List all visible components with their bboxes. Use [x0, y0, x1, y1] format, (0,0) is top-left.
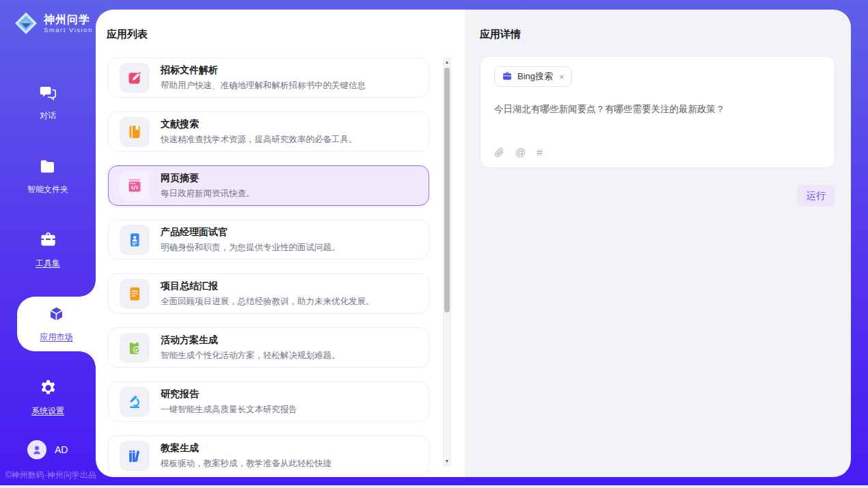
- app-card-项目总结汇报[interactable]: 项目总结汇报 全面回顾项目进展，总结经验教训，助力未来优化发展。: [108, 273, 429, 314]
- sidebar-item-label: 智能文件夹: [27, 184, 68, 195]
- sidebar-item-label: 工具集: [36, 258, 60, 269]
- folder-icon: [39, 157, 57, 178]
- app-card-文献搜索[interactable]: 文献搜索 快速精准查找学术资源，提高研究效率的必备工具。: [108, 111, 429, 152]
- app-card-活动方案生成[interactable]: 活动方案生成 智能生成个性化活动方案，轻松解决规划难题。: [108, 327, 429, 368]
- sidebar-item-应用市场[interactable]: 应用市场: [17, 297, 96, 351]
- app-name: 活动方案生成: [161, 334, 340, 347]
- brand: 神州问学 Smart Vision: [0, 0, 96, 36]
- app-name: 招标文件解析: [161, 64, 366, 77]
- microscope-icon: [120, 387, 150, 417]
- run-button[interactable]: 运行: [797, 185, 835, 206]
- hash-icon[interactable]: #: [537, 146, 542, 158]
- cube-icon: [47, 305, 66, 326]
- books-icon: [120, 441, 150, 471]
- sidebar-item-系统设置[interactable]: 系统设置: [0, 370, 96, 425]
- app-description: 明确身份和职责，为您提供专业性的面试问题。: [161, 242, 340, 254]
- scroll-down-arrow-icon[interactable]: ▼: [444, 457, 450, 465]
- list-scrollbar[interactable]: ▲ ▼: [443, 57, 451, 466]
- paperclip-icon[interactable]: [494, 147, 504, 158]
- clipboard-check-icon: [120, 333, 150, 363]
- app-name: 文献搜索: [161, 118, 357, 131]
- toolbox-icon: [39, 231, 57, 252]
- app-name: 产品经理面试官: [161, 226, 340, 239]
- chat-icon: [39, 83, 57, 105]
- app-description: 一键智能生成高质量长文本研究报告: [161, 404, 297, 416]
- app-description: 每日政府新闻资讯快查。: [161, 188, 255, 200]
- browser-code-icon: [120, 171, 150, 201]
- user-profile[interactable]: AD: [27, 440, 68, 459]
- sidebar: 神州问学 Smart Vision 对话 智能文件夹 工具集 应用市场 系统设置…: [0, 0, 96, 485]
- gear-icon: [39, 379, 57, 400]
- app-name: 项目总结汇报: [161, 280, 375, 293]
- sidebar-item-label: 系统设置: [31, 405, 64, 417]
- app-name: 网页摘要: [161, 172, 255, 185]
- sidebar-item-智能文件夹[interactable]: 智能文件夹: [0, 149, 96, 204]
- scroll-up-arrow-icon[interactable]: ▲: [444, 58, 450, 66]
- chip-close-icon[interactable]: ×: [559, 72, 565, 82]
- brand-subtitle: Smart Vision: [44, 26, 93, 33]
- user-name: AD: [55, 444, 68, 455]
- app-card-产品经理面试官[interactable]: 产品经理面试官 明确身份和职责，为您提供专业性的面试问题。: [108, 219, 429, 260]
- app-list-panel: 应用列表 招标文件解析 帮助用户快速、准确地理解和解析招标书中的关键信息 文献搜…: [96, 10, 465, 477]
- app-card-教案生成[interactable]: 教案生成 模板驱动，教案秒成，教学准备从此轻松快捷: [108, 435, 429, 476]
- app-description: 全面回顾项目进展，总结经验教训，助力未来优化发展。: [161, 296, 375, 308]
- sidebar-item-label: 应用市场: [40, 331, 73, 343]
- book-icon: [120, 117, 150, 147]
- app-description: 模板驱动，教案秒成，教学准备从此轻松快捷: [161, 458, 331, 470]
- brand-name: 神州问学: [44, 14, 93, 26]
- prompt-card: Bing搜索 × 今日湖北有哪些新闻要点？有哪些需要关注的最新政策？ @ #: [480, 56, 835, 168]
- app-card-网页摘要[interactable]: 网页摘要 每日政府新闻资讯快查。: [108, 165, 429, 206]
- query-text-input[interactable]: 今日湖北有哪些新闻要点？有哪些需要关注的最新政策？: [494, 103, 821, 146]
- copyright-footer: ©神州数码·神州问学出品: [5, 470, 96, 481]
- brand-logo-icon: [14, 11, 38, 36]
- app-detail-title: 应用详情: [480, 28, 521, 41]
- attachment-toolbar: @ #: [494, 146, 821, 159]
- sidebar-item-工具集[interactable]: 工具集: [0, 223, 96, 277]
- sidebar-item-对话[interactable]: 对话: [0, 75, 96, 130]
- app-description: 帮助用户快速、准确地理解和解析招标书中的关键信息: [161, 80, 366, 92]
- briefcase-icon: [502, 71, 513, 82]
- app-card-研究报告[interactable]: 研究报告 一键智能生成高质量长文本研究报告: [108, 381, 429, 422]
- app-list-title: 应用列表: [107, 28, 148, 41]
- app-description: 智能生成个性化活动方案，轻松解决规划难题。: [161, 350, 340, 362]
- main-content: 应用列表 招标文件解析 帮助用户快速、准确地理解和解析招标书中的关键信息 文献搜…: [96, 10, 851, 477]
- avatar-icon: [27, 440, 46, 459]
- app-name: 研究报告: [161, 388, 297, 401]
- app-detail-panel: 应用详情 Bing搜索 × 今日湖北有哪些新闻要点？有哪些需要关注的最新政策？: [465, 10, 851, 477]
- app-description: 快速精准查找学术资源，提高研究效率的必备工具。: [161, 134, 357, 146]
- app-list: 招标文件解析 帮助用户快速、准确地理解和解析招标书中的关键信息 文献搜索 快速精…: [108, 57, 429, 477]
- resume-icon: [120, 225, 150, 255]
- tool-chip-bing[interactable]: Bing搜索 ×: [494, 66, 572, 87]
- app-card-招标文件解析[interactable]: 招标文件解析 帮助用户快速、准确地理解和解析招标书中的关键信息: [108, 57, 429, 98]
- pen-square-icon: [120, 63, 150, 93]
- tool-chip-label: Bing搜索: [517, 70, 553, 83]
- sidebar-nav: 对话 智能文件夹 工具集 应用市场 系统设置: [0, 75, 96, 425]
- mention-at-icon[interactable]: @: [515, 146, 526, 158]
- app-name: 教案生成: [161, 442, 331, 455]
- app-window: 神州问学 Smart Vision 对话 智能文件夹 工具集 应用市场 系统设置…: [0, 0, 868, 488]
- sidebar-item-label: 对话: [40, 110, 56, 122]
- report-doc-icon: [120, 279, 150, 309]
- scrollbar-thumb[interactable]: [444, 68, 450, 312]
